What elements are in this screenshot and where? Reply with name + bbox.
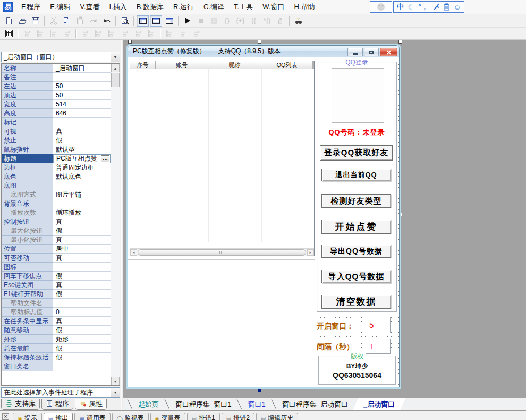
menu-item-7[interactable]: T.工具 xyxy=(230,1,257,13)
toolbar-button-pause[interactable] xyxy=(274,15,286,27)
toolbar-button-form-designer[interactable] xyxy=(3,28,15,39)
toolbar-button-space-equal-h[interactable] xyxy=(132,28,144,39)
property-row-30[interactable]: 外形矩形 xyxy=(2,335,111,344)
designer-window[interactable]: PC版互相点赞（修复版） 支持QQ（8.9.5）版本 序号账号昵称QQ列表 ◄ … xyxy=(128,45,400,387)
property-row-16[interactable]: 播放次数循环播放 xyxy=(2,208,111,217)
property-row-15[interactable]: 背景音乐 xyxy=(2,199,111,208)
property-row-4[interactable]: 宽度514 xyxy=(2,100,111,109)
property-row-5[interactable]: 高度646 xyxy=(2,109,111,118)
toolbar-button-step-into[interactable]: {+} xyxy=(234,15,247,27)
property-value[interactable]: 0 xyxy=(53,308,111,317)
column-header-2[interactable]: 昵称 xyxy=(208,61,261,69)
toolbar-button-copy[interactable] xyxy=(61,15,73,27)
property-row-24[interactable]: Esc键关闭真 xyxy=(2,281,111,290)
property-value[interactable]: 假 xyxy=(53,344,111,353)
property-row-9[interactable]: 鼠标指针默认型 xyxy=(2,145,111,154)
property-row-26[interactable]: 帮助文件名 xyxy=(2,299,111,308)
ime-clipboard-icon[interactable] xyxy=(444,3,449,11)
import-qq-data-button[interactable]: 导入QQ号数据 xyxy=(321,270,391,283)
property-value[interactable]: 真 xyxy=(53,254,111,263)
property-value[interactable] xyxy=(53,181,111,190)
selection-handle[interactable] xyxy=(258,389,261,392)
close-icon[interactable]: × xyxy=(2,413,9,420)
bottom-panel-tab-5[interactable]: ▤排错1 xyxy=(187,413,220,420)
login-qq-button[interactable]: 登录QQ获取好友 xyxy=(320,145,393,161)
property-value[interactable]: 514 xyxy=(53,100,111,109)
object-selector-combo[interactable]: _启动窗口（窗口） xyxy=(1,52,120,62)
qq-avatar-imagebox[interactable] xyxy=(332,68,384,123)
toolbar-button-paste[interactable] xyxy=(74,15,86,27)
property-row-8[interactable]: 禁止假 xyxy=(2,136,111,145)
property-value[interactable]: 50 xyxy=(53,91,111,100)
doc-tab-4[interactable]: _启动窗口 xyxy=(353,398,405,410)
bottom-panel-tab-3[interactable]: ◯监视表 xyxy=(112,413,149,420)
panel-tab-1[interactable]: 程序 xyxy=(41,399,73,410)
toolbar-button-align-bottom[interactable] xyxy=(61,28,73,39)
interval-input[interactable] xyxy=(364,339,391,354)
menu-item-5[interactable]: R.运行 xyxy=(169,1,198,13)
ellipsis-button[interactable]: … xyxy=(101,155,109,162)
selection-handle[interactable] xyxy=(128,40,132,44)
column-header-1[interactable]: 账号 xyxy=(156,61,208,69)
property-value[interactable] xyxy=(53,362,111,371)
property-value[interactable] xyxy=(53,199,111,208)
property-row-17[interactable]: 控制按钮真 xyxy=(2,217,111,226)
toolbar-button-align-left[interactable] xyxy=(21,28,33,39)
property-row-6[interactable]: 标记 xyxy=(2,118,111,127)
property-row-14[interactable]: 底图方式图片平铺 xyxy=(2,190,111,199)
bottom-panel-tab-7[interactable]: ▤编辑历史 xyxy=(256,413,298,420)
bottom-panel-tab-1[interactable]: ▤输出 xyxy=(44,413,73,420)
property-row-27[interactable]: 帮助标志值0 xyxy=(2,308,111,317)
property-row-12[interactable]: 底色默认底色 xyxy=(2,172,111,181)
toolbar-button-center-horizontal[interactable] xyxy=(79,28,91,39)
scroll-right-icon[interactable]: ► xyxy=(307,249,314,256)
selection-handle[interactable] xyxy=(398,40,402,44)
check-friend-type-button[interactable]: 检测好友类型 xyxy=(321,194,391,208)
qq-listview[interactable]: 序号账号昵称QQ列表 ◄ ► xyxy=(130,61,315,256)
property-value[interactable]: 646 xyxy=(53,109,111,118)
toolbar-button-step-out[interactable]: ({ xyxy=(248,15,260,27)
property-value[interactable]: 默认型 xyxy=(53,145,111,154)
property-value[interactable]: 假 xyxy=(53,226,111,236)
scrollbar-thumb[interactable] xyxy=(111,73,120,87)
chevron-down-icon[interactable] xyxy=(111,52,120,62)
open-window-input[interactable] xyxy=(364,317,391,333)
property-row-19[interactable]: 最小化按钮真 xyxy=(2,236,111,245)
menu-item-4[interactable]: B.数据库 xyxy=(132,1,168,13)
property-value[interactable]: 居中 xyxy=(53,245,111,254)
close-button[interactable] xyxy=(380,48,397,56)
property-value[interactable] xyxy=(53,73,111,82)
property-value[interactable]: PC版互相点赞… xyxy=(53,154,111,163)
toolbar-button-run[interactable] xyxy=(181,15,193,27)
property-row-21[interactable]: 可否移动真 xyxy=(2,254,111,263)
bottom-panel-tab-4[interactable]: ◈变量表 xyxy=(150,413,185,420)
property-row-18[interactable]: 最大化按钮假 xyxy=(2,226,111,236)
toolbar-button-run-to-cursor[interactable]: *{) xyxy=(261,15,273,27)
property-row-3[interactable]: 顶边50 xyxy=(2,91,111,100)
property-value[interactable]: 假 xyxy=(53,272,111,281)
panel-tab-2[interactable]: 属性 xyxy=(75,399,107,410)
logout-qq-button[interactable]: 退出当前QQ xyxy=(321,169,391,181)
toolbar-button-align-middle-v[interactable] xyxy=(118,28,131,39)
menu-item-2[interactable]: V.查看 xyxy=(75,1,104,13)
minimize-button[interactable] xyxy=(347,48,363,56)
property-row-29[interactable]: 随意移动假 xyxy=(2,326,111,335)
property-value[interactable]: 50 xyxy=(53,82,111,91)
property-value[interactable]: 假 xyxy=(53,136,111,145)
ime-smiley-icon[interactable]: ☺ xyxy=(454,3,461,11)
property-row-31[interactable]: 总在最前假 xyxy=(2,344,111,353)
toolbar-button-align-right[interactable] xyxy=(34,28,46,39)
toolbar-button-undo[interactable] xyxy=(100,15,113,27)
property-value[interactable]: 真 xyxy=(53,127,111,136)
column-header-0[interactable]: 序号 xyxy=(130,61,156,69)
toolbar-button-new-file[interactable] xyxy=(3,15,15,27)
panel-tab-0[interactable]: 支持库 xyxy=(1,399,40,410)
doc-tab-3[interactable]: 窗口程序集_启动窗口 xyxy=(277,398,353,410)
property-value[interactable]: 普通固定边框 xyxy=(53,163,111,172)
property-value[interactable]: 默认底色 xyxy=(53,172,111,181)
ime-mode-zh[interactable]: 中 xyxy=(397,2,404,12)
property-row-7[interactable]: 可视真 xyxy=(2,127,111,136)
property-row-10[interactable]: 标题PC版互相点赞… xyxy=(2,154,111,163)
property-row-23[interactable]: 回车下移焦点假 xyxy=(2,272,111,281)
property-value[interactable]: 矩形 xyxy=(53,335,111,344)
